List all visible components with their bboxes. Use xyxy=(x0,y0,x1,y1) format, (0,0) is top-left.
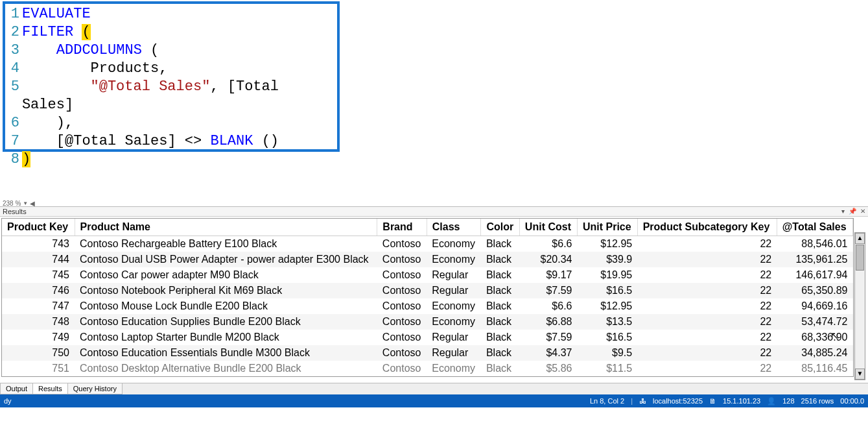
table-row[interactable]: 747Contoso Mouse Lock Bundle E200 BlackC… xyxy=(2,298,853,314)
panel-pin-icon[interactable]: 📌 xyxy=(849,208,856,215)
column-header[interactable]: Brand xyxy=(377,219,427,236)
table-cell[interactable]: $6.6 xyxy=(519,298,577,314)
code-line[interactable]: 4 Products, xyxy=(5,60,337,78)
table-cell[interactable]: Contoso xyxy=(377,252,427,267)
line-content[interactable]: ADDCOLUMNS ( xyxy=(22,42,159,60)
table-cell[interactable]: Black xyxy=(481,314,519,330)
table-cell[interactable]: $39.9 xyxy=(577,252,637,267)
table-cell[interactable]: 22 xyxy=(637,361,777,376)
code-line[interactable]: 3 ADDCOLUMNS ( xyxy=(5,42,337,60)
table-cell[interactable]: Economy xyxy=(427,252,481,267)
table-row[interactable]: 743Contoso Rechargeable Battery E100 Bla… xyxy=(2,236,853,252)
line-content[interactable]: ), xyxy=(22,114,73,132)
table-cell[interactable]: Black xyxy=(481,267,519,283)
table-cell[interactable]: 750 xyxy=(2,345,75,361)
line-content[interactable]: "@Total Sales", [Total Sales] xyxy=(22,78,337,114)
table-cell[interactable]: Contoso xyxy=(377,314,427,330)
table-cell[interactable]: Contoso Car power adapter M90 Black xyxy=(75,267,377,283)
panel-dropdown-icon[interactable]: ▾ xyxy=(841,208,845,215)
column-header[interactable]: Unit Cost xyxy=(519,219,577,236)
table-cell[interactable]: Contoso Desktop Alternative Bundle E200 … xyxy=(75,361,377,376)
table-cell[interactable]: $6.6 xyxy=(519,236,577,252)
line-content[interactable]: ) xyxy=(22,151,30,169)
table-cell[interactable]: 65,350.89 xyxy=(777,283,852,298)
table-cell[interactable]: 22 xyxy=(637,236,777,252)
column-header[interactable]: Product Subcategory Key xyxy=(637,219,777,236)
zoom-dropdown-icon[interactable]: ▼ xyxy=(23,200,28,206)
code-content[interactable]: 1EVALUATE2FILTER (3 ADDCOLUMNS (4 Produc… xyxy=(5,4,337,170)
table-cell[interactable]: 22 xyxy=(637,283,777,298)
code-line[interactable]: 2FILTER ( xyxy=(5,23,337,42)
table-cell[interactable]: 744 xyxy=(2,252,75,267)
table-cell[interactable]: 135,961.25 xyxy=(777,252,852,267)
table-cell[interactable]: 22 xyxy=(637,267,777,283)
panel-close-icon[interactable]: ✕ xyxy=(860,208,865,215)
table-row[interactable]: 749Contoso Laptop Starter Bundle M200 Bl… xyxy=(2,330,853,345)
table-cell[interactable]: Contoso Mouse Lock Bundle E200 Black xyxy=(75,298,377,314)
table-cell[interactable]: Black xyxy=(481,345,519,361)
zoom-scroll-left-icon[interactable]: ◀ xyxy=(30,200,35,207)
table-cell[interactable]: 34,885.24 xyxy=(777,345,852,361)
table-cell[interactable]: $7.59 xyxy=(519,283,577,298)
column-header[interactable]: Product Name xyxy=(75,219,377,236)
table-cell[interactable]: Black xyxy=(481,330,519,345)
table-cell[interactable]: $20.34 xyxy=(519,252,577,267)
table-row[interactable]: 748Contoso Education Supplies Bundle E20… xyxy=(2,314,853,330)
line-content[interactable]: [@Total Sales] <> BLANK () xyxy=(22,132,279,151)
table-cell[interactable]: 22 xyxy=(637,252,777,267)
scroll-down-button[interactable]: ▼ xyxy=(855,369,865,380)
table-cell[interactable]: $9.5 xyxy=(577,345,637,361)
table-row[interactable]: 746Contoso Notebook Peripheral Kit M69 B… xyxy=(2,283,853,298)
table-cell[interactable]: $16.5 xyxy=(577,330,637,345)
column-header[interactable]: @Total Sales xyxy=(777,219,852,236)
table-cell[interactable]: Contoso Education Essentials Bundle M300… xyxy=(75,345,377,361)
table-row[interactable]: 745Contoso Car power adapter M90 BlackCo… xyxy=(2,267,853,283)
table-cell[interactable]: Contoso xyxy=(377,361,427,376)
tab-results[interactable]: Results xyxy=(32,383,68,394)
table-cell[interactable]: 85,116.45 xyxy=(777,361,852,376)
table-row[interactable]: 750Contoso Education Essentials Bundle M… xyxy=(2,345,853,361)
table-cell[interactable]: Contoso xyxy=(377,283,427,298)
table-cell[interactable]: $5.86 xyxy=(519,361,577,376)
table-cell[interactable]: 22 xyxy=(637,345,777,361)
line-content[interactable]: Products, xyxy=(22,60,167,78)
table-cell[interactable]: Black xyxy=(481,252,519,267)
table-cell[interactable]: Black xyxy=(481,361,519,376)
table-cell[interactable]: $11.5 xyxy=(577,361,637,376)
table-cell[interactable]: 68,336.90 xyxy=(777,330,852,345)
table-cell[interactable]: $4.37 xyxy=(519,345,577,361)
table-cell[interactable]: Contoso Rechargeable Battery E100 Black xyxy=(75,236,377,252)
code-editor-pane[interactable]: 1EVALUATE2FILTER (3 ADDCOLUMNS (4 Produc… xyxy=(0,0,868,206)
code-line[interactable]: 5 "@Total Sales", [Total Sales] xyxy=(5,78,337,114)
table-cell[interactable]: 751 xyxy=(2,361,75,376)
code-line[interactable]: 1EVALUATE xyxy=(5,5,337,23)
table-cell[interactable]: $12.95 xyxy=(577,236,637,252)
table-cell[interactable]: Regular xyxy=(427,283,481,298)
table-cell[interactable]: Economy xyxy=(427,298,481,314)
table-cell[interactable]: Contoso xyxy=(377,267,427,283)
table-cell[interactable]: 22 xyxy=(637,314,777,330)
table-cell[interactable]: Contoso Dual USB Power Adapter - power a… xyxy=(75,252,377,267)
table-cell[interactable]: Economy xyxy=(427,314,481,330)
code-line[interactable]: 6 ), xyxy=(5,114,337,132)
tab-output[interactable]: Output xyxy=(0,383,33,394)
column-header[interactable]: Color xyxy=(481,219,519,236)
table-cell[interactable]: Regular xyxy=(427,267,481,283)
table-cell[interactable]: Regular xyxy=(427,345,481,361)
table-cell[interactable]: 22 xyxy=(637,330,777,345)
zoom-control[interactable]: 238 % ▼ ◀ xyxy=(3,200,35,207)
table-cell[interactable]: Economy xyxy=(427,361,481,376)
table-cell[interactable]: 748 xyxy=(2,314,75,330)
table-cell[interactable]: Contoso xyxy=(377,345,427,361)
table-cell[interactable]: Black xyxy=(481,236,519,252)
table-cell[interactable]: Contoso xyxy=(377,330,427,345)
scroll-thumb[interactable] xyxy=(856,245,864,271)
table-cell[interactable]: 53,474.72 xyxy=(777,314,852,330)
table-cell[interactable]: $7.59 xyxy=(519,330,577,345)
code-line[interactable]: 8) xyxy=(5,151,337,169)
table-cell[interactable]: 746 xyxy=(2,283,75,298)
table-cell[interactable]: $13.5 xyxy=(577,314,637,330)
results-vertical-scrollbar[interactable]: ▲ ▼ xyxy=(854,232,865,380)
table-row[interactable]: 744Contoso Dual USB Power Adapter - powe… xyxy=(2,252,853,267)
line-content[interactable]: FILTER ( xyxy=(22,23,91,42)
